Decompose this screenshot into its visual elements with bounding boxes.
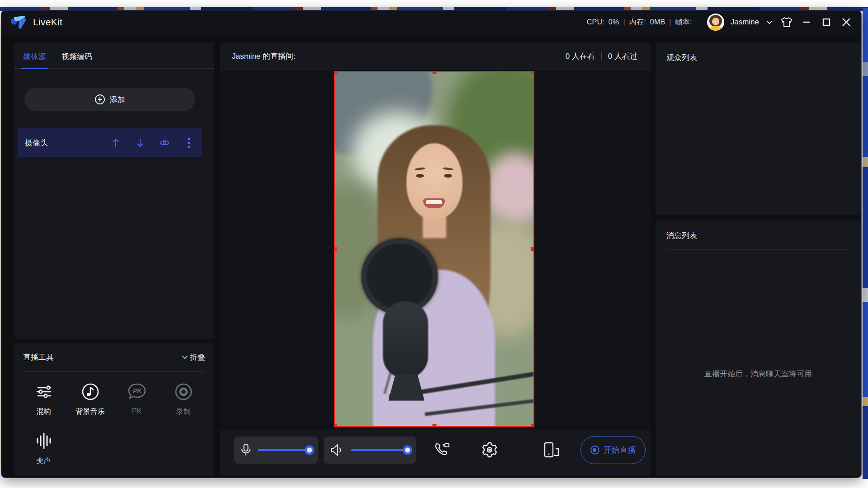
move-down-icon[interactable] (135, 137, 146, 148)
app-title: LiveKit (33, 17, 62, 28)
avatar-face (712, 18, 719, 25)
message-divider (666, 249, 850, 250)
theme-skin-icon[interactable] (780, 15, 793, 29)
record-dot-icon (590, 446, 599, 455)
tools-divider (23, 371, 205, 372)
speaker-volume-group (324, 436, 416, 464)
call-connect-icon[interactable] (433, 440, 453, 460)
pk-bubble-icon: PK (126, 381, 148, 403)
live-tools-panel: 直播工具 折叠 混响 (14, 343, 214, 476)
music-icon (80, 381, 101, 403)
mic-body (383, 301, 428, 378)
start-stream-button[interactable]: 开始直播 (580, 436, 646, 464)
woman-eye-left (416, 174, 424, 178)
record-disc-icon (173, 381, 194, 403)
resize-handle-e[interactable] (531, 247, 534, 251)
message-list-panel: 消息列表 直播开始后，消息聊天室将可用 (656, 221, 861, 476)
audience-divider (666, 70, 850, 70)
audience-list-panel: 观众列表 (656, 42, 861, 215)
avatar-shirt (710, 26, 722, 31)
resize-handle-nw[interactable] (334, 71, 337, 74)
microphone-icon[interactable] (241, 443, 251, 457)
tab-media-source[interactable]: 媒体源 (23, 52, 46, 69)
speaker-volume-thumb[interactable] (403, 446, 412, 455)
device-rotate-icon[interactable] (542, 440, 561, 460)
minimize-button[interactable] (800, 15, 813, 29)
tool-record[interactable]: 录制 (160, 381, 207, 430)
mic-volume-slider[interactable] (258, 449, 310, 451)
media-sources-panel: 媒体源 视频编码 添加 摄像头 (14, 42, 214, 339)
move-up-icon[interactable] (110, 137, 121, 148)
livekit-window: LiveKit CPU:0% | 内存:0MB | 帧率: Jasmine (1, 10, 862, 478)
tool-voice-changer[interactable]: 变声 (20, 430, 67, 478)
performance-stats: CPU:0% | 内存:0MB | 帧率: (587, 18, 696, 27)
chat-placeholder-text: 直播开始后，消息聊天室将可用 (656, 369, 861, 379)
resize-handle-s[interactable] (432, 424, 436, 427)
add-source-button[interactable]: 添加 (24, 88, 195, 111)
resize-handle-n[interactable] (432, 71, 436, 74)
live-tools-title: 直播工具 (23, 352, 54, 362)
viewer-stats: 0 人在看 0 人看过 (566, 51, 637, 61)
user-menu-chevron-down-icon[interactable] (765, 15, 774, 29)
resize-handle-ne[interactable] (531, 71, 534, 74)
message-list-title: 消息列表 (656, 221, 861, 241)
resize-handle-w[interactable] (334, 247, 337, 251)
woman-eye-right (444, 174, 452, 178)
tool-pk[interactable]: PK PK (113, 381, 160, 430)
source-row-camera[interactable]: 摄像头 (18, 128, 202, 157)
stats-divider (601, 52, 602, 60)
mic-volume-thumb[interactable] (305, 446, 314, 455)
watching-now-count: 0 人在看 (566, 51, 595, 61)
desktop-background-strip-right (863, 8, 868, 479)
svg-text:PK: PK (133, 387, 142, 394)
room-title: Jasmine 的直播间: (232, 51, 296, 61)
user-name: Jasmine (731, 18, 759, 27)
close-button[interactable] (840, 15, 853, 29)
user-avatar[interactable] (707, 14, 724, 31)
mic-volume-group (234, 436, 318, 464)
visibility-eye-icon[interactable] (159, 137, 170, 148)
resize-handle-sw[interactable] (334, 424, 337, 427)
collapse-toggle[interactable]: 折叠 (182, 352, 205, 362)
maximize-button[interactable] (820, 15, 833, 29)
resize-handle-se[interactable] (531, 424, 534, 427)
voice-wave-icon (33, 430, 55, 451)
stream-preview-panel: Jasmine 的直播间: 0 人在看 0 人看过 (220, 42, 651, 476)
camera-video-preview[interactable] (334, 71, 534, 427)
source-name: 摄像头 (25, 138, 48, 148)
settings-gear-icon[interactable] (480, 440, 500, 460)
watched-total-count: 0 人看过 (608, 51, 637, 61)
preview-canvas[interactable] (220, 70, 651, 430)
title-bar: LiveKit CPU:0% | 内存:0MB | 帧率: Jasmine (1, 10, 861, 34)
chevron-down-icon (182, 355, 188, 359)
more-options-kebab-icon[interactable] (184, 137, 194, 148)
plus-circle-icon (94, 94, 105, 105)
woman-teeth (426, 200, 442, 204)
tab-video-encoding[interactable]: 视频编码 (61, 52, 92, 69)
audience-list-title: 观众列表 (656, 42, 861, 63)
tool-background-music[interactable]: 背景音乐 (67, 381, 113, 430)
desktop: LiveKit CPU:0% | 内存:0MB | 帧率: Jasmine (0, 0, 868, 488)
speaker-volume-slider[interactable] (351, 449, 408, 451)
speaker-icon[interactable] (330, 444, 344, 456)
left-tabs: 媒体源 视频编码 (14, 42, 214, 69)
tool-reverb[interactable]: 混响 (20, 381, 67, 430)
mixer-icon (33, 381, 55, 403)
app-logo-icon (9, 13, 28, 31)
